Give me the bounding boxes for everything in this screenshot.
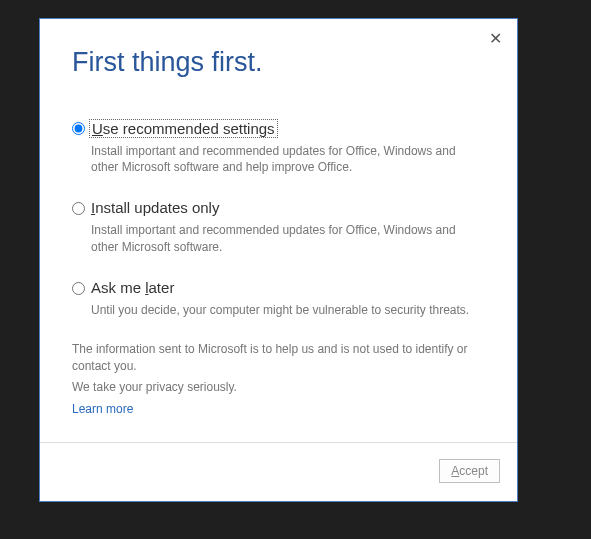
first-things-first-dialog: ✕ First things first. Use recommended se… — [39, 18, 518, 502]
privacy-footer: The information sent to Microsoft is to … — [72, 341, 482, 418]
radio-ask-later[interactable] — [72, 282, 85, 295]
option-ask-later[interactable]: Ask me later Until you decide, your comp… — [72, 279, 482, 318]
learn-more-link[interactable]: Learn more — [72, 401, 482, 418]
option-updates-only-desc: Install important and recommended update… — [91, 222, 481, 254]
option-ask-later-desc: Until you decide, your computer might be… — [91, 302, 481, 318]
option-updates-only-label: Install updates only — [91, 199, 219, 216]
close-icon[interactable]: ✕ — [485, 29, 505, 49]
privacy-line1: The information sent to Microsoft is to … — [72, 341, 482, 375]
radio-updates-only[interactable] — [72, 202, 85, 215]
radio-recommended[interactable] — [72, 122, 85, 135]
options-group: Use recommended settings Install importa… — [72, 119, 482, 342]
option-recommended[interactable]: Use recommended settings Install importa… — [72, 119, 482, 175]
option-recommended-desc: Install important and recommended update… — [91, 143, 481, 175]
privacy-line2: We take your privacy seriously. — [72, 379, 482, 396]
option-ask-later-label: Ask me later — [91, 279, 174, 296]
option-recommended-label: Use recommended settings — [89, 119, 278, 138]
accept-button[interactable]: Accept — [439, 459, 500, 483]
option-updates-only[interactable]: Install updates only Install important a… — [72, 199, 482, 254]
button-bar: Accept — [40, 442, 517, 501]
dialog-title: First things first. — [72, 47, 263, 78]
